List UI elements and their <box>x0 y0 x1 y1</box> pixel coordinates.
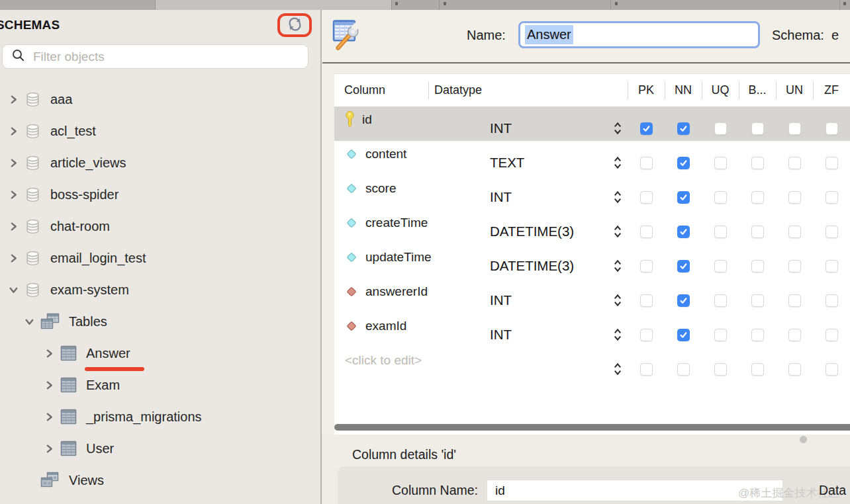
pk-checkbox[interactable] <box>640 260 653 273</box>
column-name-cell[interactable]: score <box>334 175 428 201</box>
column-name-cell[interactable]: content <box>334 141 428 167</box>
uq-checkbox[interactable] <box>714 329 727 341</box>
un-checkbox[interactable] <box>788 329 801 341</box>
chevron-right-icon[interactable] <box>7 220 20 233</box>
column-name-cell[interactable]: updateTime <box>334 244 428 270</box>
un-checkbox[interactable] <box>788 191 801 204</box>
sidebar-item-chat-room[interactable]: chat-room <box>0 210 320 242</box>
b-checkbox[interactable] <box>751 329 764 341</box>
column-name-cell[interactable]: answererId <box>334 278 428 304</box>
refresh-schemas-button[interactable] <box>286 15 304 35</box>
datatype-cell[interactable]: DATETIME(3) <box>428 244 608 278</box>
sidebar-item-email-login-test[interactable]: email_login_test <box>0 242 320 274</box>
datatype-stepper[interactable] <box>608 210 628 244</box>
chevron-right-icon[interactable] <box>7 251 20 265</box>
filter-objects-field[interactable] <box>2 44 308 69</box>
nn-checkbox-checked[interactable] <box>677 294 690 307</box>
sidebar-item-boss-spider[interactable]: boss-spider <box>0 179 320 210</box>
column-name-cell[interactable]: id <box>334 106 428 132</box>
datatype-cell[interactable]: DATETIME(3) <box>428 210 608 244</box>
column-row-new[interactable]: <click to edit> <box>334 347 850 382</box>
nn-checkbox-checked[interactable] <box>677 191 690 204</box>
datatype-stepper[interactable] <box>608 106 628 141</box>
datatype-cell[interactable]: TEXT <box>428 141 608 175</box>
sidebar-item-article-views[interactable]: article_views <box>0 147 320 179</box>
uq-checkbox[interactable] <box>714 363 727 376</box>
datatype-stepper[interactable] <box>608 141 628 175</box>
uq-checkbox[interactable] <box>714 294 727 307</box>
b-checkbox[interactable] <box>751 191 764 204</box>
datatype-cell[interactable]: INT <box>428 313 608 347</box>
datatype-stepper[interactable] <box>608 244 628 278</box>
chevron-right-icon[interactable] <box>42 378 56 392</box>
column-name-cell[interactable]: examId <box>334 313 428 339</box>
column-row-id[interactable]: idINT <box>334 106 850 141</box>
nn-checkbox[interactable] <box>677 363 690 376</box>
chevron-right-icon[interactable] <box>42 347 56 360</box>
column-row-answererId[interactable]: answererIdINT <box>334 278 850 313</box>
zf-checkbox[interactable] <box>826 191 838 204</box>
zf-checkbox[interactable] <box>826 226 838 238</box>
column-row-updateTime[interactable]: updateTimeDATETIME(3) <box>334 244 850 278</box>
column-row-score[interactable]: scoreINT <box>334 175 850 210</box>
sidebar-item-user[interactable]: User <box>0 433 320 464</box>
zf-checkbox[interactable] <box>826 329 838 341</box>
un-checkbox[interactable] <box>788 122 801 135</box>
pk-checkbox[interactable] <box>640 294 653 307</box>
pk-checkbox[interactable] <box>640 191 653 204</box>
column-name-cell[interactable]: <click to edit> <box>334 347 428 373</box>
uq-checkbox[interactable] <box>714 226 727 238</box>
b-checkbox[interactable] <box>751 157 764 169</box>
pk-checkbox[interactable] <box>640 329 653 341</box>
nn-checkbox-checked[interactable] <box>677 329 690 341</box>
uq-checkbox[interactable] <box>714 260 727 273</box>
zf-checkbox[interactable] <box>826 157 838 169</box>
datatype-stepper[interactable] <box>608 347 628 382</box>
un-checkbox[interactable] <box>788 294 801 307</box>
chevron-right-icon[interactable] <box>42 442 56 455</box>
chevron-right-icon[interactable] <box>7 93 20 106</box>
sidebar-item-aaa[interactable]: aaa <box>0 83 320 115</box>
column-row-createTime[interactable]: createTimeDATETIME(3) <box>334 210 850 244</box>
chevron-down-icon[interactable] <box>7 283 20 296</box>
datatype-cell[interactable]: INT <box>428 278 608 313</box>
un-checkbox[interactable] <box>788 260 801 273</box>
table-name-input[interactable]: Answer <box>518 21 760 48</box>
uq-checkbox[interactable] <box>714 157 727 169</box>
filter-objects-input[interactable] <box>32 49 283 65</box>
zf-checkbox[interactable] <box>826 260 838 273</box>
uq-checkbox[interactable] <box>714 191 727 204</box>
datatype-cell[interactable] <box>428 347 608 382</box>
nn-checkbox-checked[interactable] <box>677 157 690 169</box>
chevron-right-icon[interactable] <box>42 410 56 423</box>
chevron-down-icon[interactable] <box>23 315 36 328</box>
datatype-stepper[interactable] <box>608 313 628 347</box>
datatype-stepper[interactable] <box>608 175 628 210</box>
un-checkbox[interactable] <box>788 226 801 238</box>
nn-checkbox-checked[interactable] <box>677 260 690 273</box>
sidebar-item-acl-test[interactable]: acl_test <box>0 115 320 147</box>
datatype-cell[interactable]: INT <box>428 106 608 141</box>
datatype-stepper[interactable] <box>608 278 628 313</box>
sidebar-item--prisma-migrations[interactable]: _prisma_migrations <box>0 401 320 433</box>
b-checkbox[interactable] <box>751 122 764 135</box>
chevron-right-icon[interactable] <box>7 188 20 201</box>
sidebar-item-exam-system[interactable]: exam-system <box>0 274 320 306</box>
horizontal-scrollbar-thumb[interactable] <box>334 424 850 431</box>
sidebar-item-tables[interactable]: Tables <box>0 306 320 337</box>
uq-checkbox[interactable] <box>714 122 727 135</box>
pk-checkbox[interactable] <box>640 226 653 238</box>
sidebar-item-exam[interactable]: Exam <box>0 369 320 401</box>
sidebar-item-answer[interactable]: Answer <box>0 337 320 369</box>
b-checkbox[interactable] <box>751 260 764 273</box>
column-name-input[interactable]: id <box>487 480 783 501</box>
pk-checkbox[interactable] <box>640 363 653 376</box>
datatype-cell[interactable]: INT <box>428 175 608 210</box>
nn-checkbox-checked[interactable] <box>677 226 690 238</box>
nn-checkbox-checked[interactable] <box>677 122 690 135</box>
un-checkbox[interactable] <box>788 157 801 169</box>
b-checkbox[interactable] <box>751 226 764 238</box>
b-checkbox[interactable] <box>751 363 764 376</box>
pk-checkbox-checked[interactable] <box>640 122 653 135</box>
un-checkbox[interactable] <box>788 363 801 376</box>
